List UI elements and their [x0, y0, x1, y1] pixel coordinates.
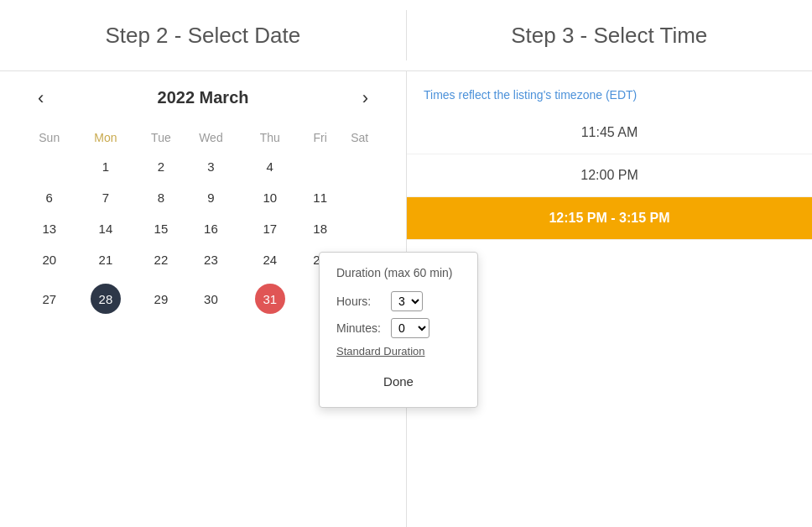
calendar-month-title: 2022 March — [158, 88, 249, 107]
calendar-day[interactable]: 11 — [302, 182, 338, 213]
calendar-day[interactable]: 27 — [25, 275, 73, 322]
calendar-day[interactable]: 21 — [73, 244, 138, 275]
calendar-day[interactable]: 15 — [138, 213, 184, 244]
calendar-week-row: 1234 — [25, 151, 381, 182]
calendar-day[interactable]: 10 — [237, 182, 302, 213]
calendar-day[interactable]: 16 — [185, 213, 238, 244]
calendar-week-row: 131415161718 — [25, 213, 381, 244]
calendar-day-headers: SunMonTueWedThuFriSat — [25, 124, 381, 151]
calendar-day[interactable]: 2 — [138, 151, 184, 182]
time-slot-item[interactable]: 12:15 PM - 3:15 PM — [407, 197, 812, 240]
day-header-tue: Tue — [138, 124, 184, 151]
time-slot-item[interactable]: 12:00 PM — [407, 154, 812, 197]
page-header: Step 2 - Select Date Step 3 - Select Tim… — [0, 0, 812, 71]
calendar-day[interactable]: 14 — [73, 213, 138, 244]
calendar-navigation: ‹ 2022 March › — [25, 88, 381, 107]
main-content: ‹ 2022 March › SunMonTueWedThuFriSat 123… — [0, 71, 812, 527]
time-slot-item[interactable]: 11:45 AM — [407, 112, 812, 154]
calendar-day[interactable]: 8 — [138, 182, 184, 213]
duration-popup: Duration (max 60 min) Hours: 0 1 2 3 Min… — [319, 252, 478, 408]
calendar-week-row: 67891011 — [25, 182, 381, 213]
next-month-button[interactable]: › — [350, 83, 381, 113]
calendar-day[interactable]: 29 — [138, 275, 184, 322]
done-button[interactable]: Done — [336, 369, 461, 394]
selected-day-28[interactable]: 28 — [73, 275, 138, 322]
timezone-info: Times reflect the listing's timezone (ED… — [407, 88, 812, 112]
prev-month-button[interactable]: ‹ — [25, 83, 56, 113]
calendar-day[interactable]: 22 — [138, 244, 184, 275]
step2-title: Step 2 - Select Date — [0, 23, 406, 49]
calendar-day — [338, 182, 381, 213]
calendar-day[interactable]: 23 — [185, 244, 238, 275]
day-header-thu: Thu — [237, 124, 302, 151]
calendar-day[interactable]: 18 — [302, 213, 338, 244]
calendar-day[interactable]: 24 — [237, 244, 302, 275]
step3-title: Step 3 - Select Time — [407, 23, 813, 49]
hours-select[interactable]: 0 1 2 3 — [391, 291, 423, 311]
day-header-fri: Fri — [302, 124, 338, 151]
minutes-row: Minutes: 0 15 30 45 — [336, 318, 461, 338]
selected-day-31[interactable]: 31 — [237, 275, 302, 322]
day-header-wed: Wed — [185, 124, 238, 151]
calendar-day[interactable]: 30 — [185, 275, 238, 322]
day-header-sat: Sat — [338, 124, 381, 151]
calendar-day[interactable]: 13 — [25, 213, 73, 244]
day-header-sun: Sun — [25, 124, 73, 151]
calendar-day[interactable]: 17 — [237, 213, 302, 244]
calendar-day — [338, 151, 381, 182]
calendar-panel: ‹ 2022 March › SunMonTueWedThuFriSat 123… — [0, 71, 406, 527]
calendar-day — [302, 151, 338, 182]
calendar-day[interactable]: 9 — [185, 182, 238, 213]
hours-row: Hours: 0 1 2 3 — [336, 291, 461, 311]
duration-popup-title: Duration (max 60 min) — [336, 266, 461, 279]
calendar-day[interactable]: 20 — [25, 244, 73, 275]
calendar-day — [25, 151, 73, 182]
calendar-day[interactable]: 1 — [73, 151, 138, 182]
calendar-day — [338, 213, 381, 244]
calendar-day[interactable]: 6 — [25, 182, 73, 213]
minutes-label: Minutes: — [336, 321, 391, 335]
standard-duration-link[interactable]: Standard Duration — [336, 345, 461, 357]
minutes-select[interactable]: 0 15 30 45 — [391, 318, 429, 338]
hours-label: Hours: — [336, 295, 391, 308]
calendar-day[interactable]: 7 — [73, 182, 138, 213]
calendar-day[interactable]: 4 — [237, 151, 302, 182]
calendar-day[interactable]: 3 — [185, 151, 238, 182]
day-header-mon: Mon — [73, 124, 138, 151]
